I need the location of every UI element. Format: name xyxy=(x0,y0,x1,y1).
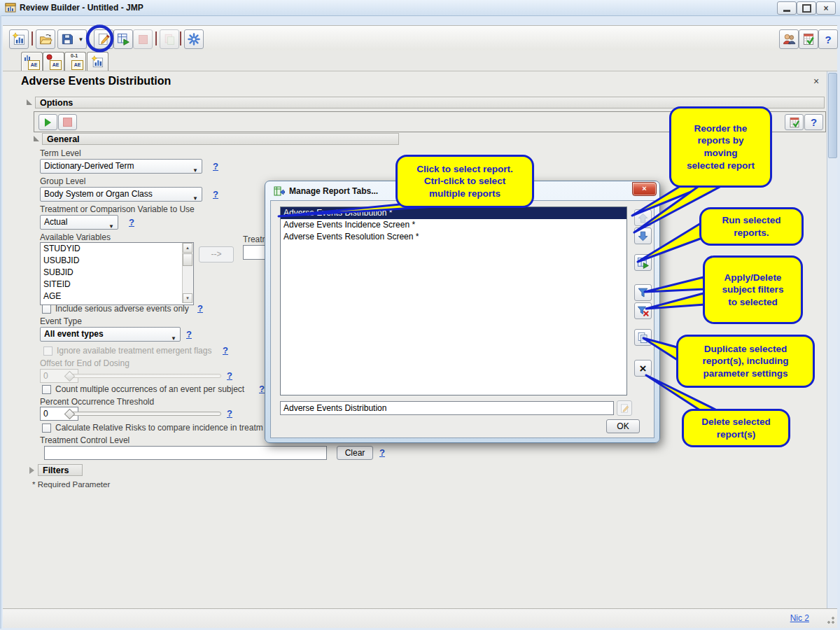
run-report-button[interactable] xyxy=(38,114,57,130)
users-button[interactable] xyxy=(779,29,799,49)
preferences-icon xyxy=(187,32,201,46)
term-level-help-link[interactable]: ? xyxy=(213,161,218,172)
count-multiple-help-link[interactable]: ? xyxy=(259,384,265,394)
count-multiple-checkbox[interactable] xyxy=(42,385,51,394)
scroll-thumb[interactable] xyxy=(183,253,192,266)
tab-add-report[interactable] xyxy=(87,52,108,71)
minimize-button[interactable] xyxy=(777,1,797,15)
event-type-help-link[interactable]: ? xyxy=(186,329,192,340)
include-serious-help-link[interactable]: ? xyxy=(197,303,203,314)
maximize-button[interactable] xyxy=(797,1,816,15)
main-toolbar: ▼ ? xyxy=(3,25,837,52)
manage-report-tabs-dialog: Manage Report Tabs... × Adverse Events D… xyxy=(265,181,660,443)
term-level-label: Term Level xyxy=(40,148,81,158)
relative-risk-checkbox[interactable] xyxy=(42,424,51,433)
save-button[interactable] xyxy=(57,29,77,49)
move-up-icon xyxy=(636,211,650,225)
options-disclosure-icon[interactable] xyxy=(27,99,32,105)
report-tabs-list[interactable]: Adverse Events Distribution * Adverse Ev… xyxy=(280,206,627,396)
filters-section-header[interactable]: Filters xyxy=(38,464,83,476)
delete-report-button[interactable]: × xyxy=(634,360,652,377)
offset-help-link[interactable]: ? xyxy=(227,370,232,381)
status-link[interactable]: Nic 2 xyxy=(790,613,809,623)
scroll-up-icon[interactable]: ▲ xyxy=(183,243,192,253)
offset-label: Offset for End of Dosing xyxy=(40,358,130,368)
move-right-button[interactable]: --> xyxy=(199,246,234,262)
ignore-flags-checkbox[interactable] xyxy=(43,346,52,356)
open-button[interactable] xyxy=(36,29,55,49)
run-review-button[interactable] xyxy=(113,29,133,49)
move-down-button[interactable] xyxy=(634,227,652,244)
tab-ae-incidence[interactable]: AE xyxy=(43,52,64,71)
treatment-variable-label: Treatment or Comparison Variable to Use xyxy=(40,204,195,214)
report-list-item[interactable]: Adverse Events Resolution Screen * xyxy=(281,231,626,243)
list-item[interactable]: USUBJID xyxy=(41,255,193,267)
treatment-control-field[interactable] xyxy=(44,446,327,460)
available-variables-list[interactable]: STUDYID USUBJID SUBJID SITEID AGE ▲ ▼ xyxy=(40,242,194,305)
treatment-variable-select[interactable]: Actual ▼ xyxy=(40,215,118,230)
treatment-variable-help-link[interactable]: ? xyxy=(129,217,134,227)
treatment-control-help-link[interactable]: ? xyxy=(379,447,385,458)
rename-report-button[interactable] xyxy=(617,400,632,416)
new-review-button[interactable] xyxy=(9,29,29,49)
list-item[interactable]: STUDYID xyxy=(41,243,193,255)
list-item[interactable]: SUBJID xyxy=(41,267,193,279)
move-up-button[interactable] xyxy=(634,209,652,226)
stop-button[interactable] xyxy=(133,29,153,49)
window-title: Review Builder - Untitled - JMP xyxy=(20,3,144,13)
general-section-header[interactable]: General xyxy=(42,133,399,145)
help-button[interactable]: ? xyxy=(818,29,838,49)
callout-run: Run selected reports. xyxy=(699,207,804,246)
offset-slider[interactable] xyxy=(67,374,221,378)
report-list-item[interactable]: Adverse Events Incidence Screen * xyxy=(281,219,626,231)
list-item[interactable]: AGE xyxy=(41,290,193,302)
duplicate-report-button[interactable] xyxy=(634,329,652,346)
relative-risk-label: Calculate Relative Risks to compare inci… xyxy=(55,423,263,433)
tab-ae-distribution[interactable]: AE xyxy=(21,52,43,71)
close-report-icon[interactable]: × xyxy=(813,76,819,86)
help-icon: ? xyxy=(825,34,831,46)
percent-threshold-help-link[interactable]: ? xyxy=(227,408,232,419)
report-name-field[interactable]: Adverse Events Distribution xyxy=(280,401,614,415)
group-level-select[interactable]: Body System or Organ Class ▼ xyxy=(40,187,202,202)
tab-ae-resolution[interactable]: 0-1 AE xyxy=(64,52,86,71)
group-level-label: Group Level xyxy=(40,176,85,186)
copy-report-button[interactable] xyxy=(160,29,179,49)
edit-report-icon xyxy=(97,32,111,46)
tab-ae-label: AE xyxy=(71,60,83,70)
report-settings-button[interactable] xyxy=(785,114,804,130)
section-help-button[interactable]: ? xyxy=(804,114,823,130)
save-dropdown-button[interactable]: ▼ xyxy=(76,29,87,49)
report-settings-button[interactable] xyxy=(799,29,818,49)
event-type-label: Event Type xyxy=(40,316,82,326)
ok-button[interactable]: OK xyxy=(606,419,640,433)
apply-filter-button[interactable] xyxy=(634,284,652,301)
report-list-item[interactable]: Adverse Events Distribution * xyxy=(281,207,626,219)
app-icon xyxy=(5,2,16,13)
open-folder-icon xyxy=(38,32,52,46)
close-button[interactable]: × xyxy=(816,1,836,15)
event-type-select[interactable]: All event types ▼ xyxy=(40,327,181,342)
term-level-select[interactable]: Dictionary-Derived Term ▼ xyxy=(40,159,202,174)
dialog-close-button[interactable]: × xyxy=(632,182,657,196)
scroll-down-icon[interactable]: ▼ xyxy=(183,293,192,303)
run-reports-button[interactable] xyxy=(634,254,652,271)
resize-grip[interactable] xyxy=(825,615,834,624)
general-disclosure-icon[interactable] xyxy=(34,136,39,141)
list-scrollbar[interactable]: ▲ ▼ xyxy=(182,243,193,303)
percent-threshold-slider[interactable] xyxy=(67,412,221,416)
panel-scrollbar[interactable] xyxy=(827,71,837,608)
tab-ae-label: AE xyxy=(28,60,40,70)
filters-disclosure-icon[interactable] xyxy=(29,467,34,474)
preferences-button[interactable] xyxy=(184,29,204,49)
include-serious-checkbox[interactable] xyxy=(42,304,51,314)
edit-report-button[interactable] xyxy=(94,29,113,49)
ignore-flags-help-link[interactable]: ? xyxy=(223,345,228,356)
group-level-help-link[interactable]: ? xyxy=(213,189,218,200)
clear-button[interactable]: Clear xyxy=(337,446,373,460)
treatment-levels-field[interactable] xyxy=(243,245,267,260)
scrollbar-thumb[interactable] xyxy=(828,73,837,158)
list-item[interactable]: SITEID xyxy=(41,279,193,290)
delete-filter-button[interactable] xyxy=(634,302,652,319)
stop-report-button[interactable] xyxy=(58,114,77,130)
